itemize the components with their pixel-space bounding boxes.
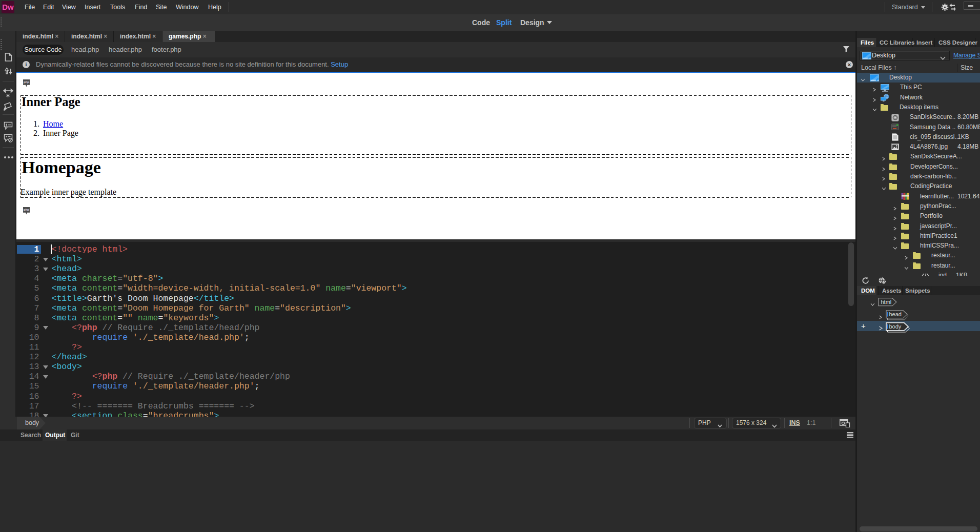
- svg-text:html: html: [881, 299, 892, 305]
- svg-text:body: body: [889, 323, 902, 330]
- svg-text:head: head: [889, 311, 902, 317]
